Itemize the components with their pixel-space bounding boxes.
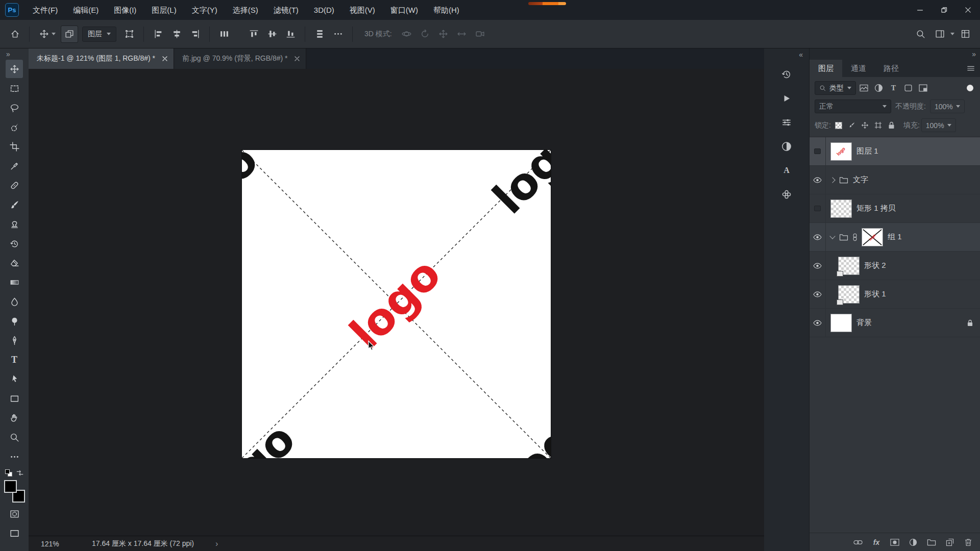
actions-panel-icon[interactable] — [777, 89, 796, 108]
layer-row-4[interactable]: logo组 1 — [810, 223, 980, 252]
gradient-tool[interactable] — [6, 273, 23, 291]
close-tab-icon[interactable] — [162, 56, 167, 61]
blur-tool[interactable] — [6, 292, 23, 311]
layer-visibility-eye-icon[interactable] — [810, 309, 826, 337]
lock-all-icon[interactable] — [886, 119, 898, 132]
menu-item-window[interactable]: 窗口(W) — [383, 0, 426, 20]
workspace-switcher-icon[interactable] — [957, 26, 974, 43]
foreground-color-swatch[interactable] — [4, 480, 17, 493]
expand-panels-icon[interactable]: « — [799, 51, 809, 60]
document-tab-1[interactable]: 未标题-1 @ 121% (图层 1, RGB/8#) * — [29, 48, 174, 69]
layer-row-5[interactable]: 形状 2 — [810, 252, 980, 280]
layer-row-3[interactable]: 矩形 1 拷贝 — [810, 194, 980, 223]
swap-colors-icon[interactable] — [15, 468, 24, 478]
document-canvas[interactable]: logo logologologologo — [242, 150, 551, 458]
show-transform-controls-toggle[interactable] — [120, 26, 138, 43]
history-brush-tool[interactable] — [6, 234, 23, 253]
styles-panel-icon[interactable] — [777, 185, 796, 204]
filter-type-icon[interactable]: T — [887, 81, 900, 95]
fill-dropdown[interactable]: 100% — [921, 118, 956, 132]
character-panel-icon[interactable]: A — [777, 161, 796, 180]
align-right-button[interactable] — [186, 26, 204, 43]
chevron-down-icon[interactable] — [950, 33, 954, 35]
history-panel-icon[interactable] — [777, 65, 796, 84]
collapse-panels-icon[interactable]: » — [972, 50, 975, 58]
pan-3d-button[interactable] — [435, 26, 452, 43]
panel-tab-channels[interactable]: 通道 — [842, 60, 875, 77]
quick-mask-button[interactable] — [6, 505, 23, 523]
layer-thumbnail[interactable] — [830, 314, 852, 332]
group-mask-thumbnail[interactable]: logo — [862, 228, 883, 246]
spot-healing-brush-tool[interactable] — [6, 176, 23, 194]
expand-group-icon[interactable] — [829, 177, 835, 183]
filter-type-dropdown[interactable]: 类型 — [815, 81, 856, 95]
delete-layer-button[interactable] — [963, 537, 974, 548]
menu-item-help[interactable]: 帮助(H) — [426, 0, 467, 20]
menu-item-edit[interactable]: 编辑(E) — [65, 0, 106, 20]
status-options-chevron[interactable]: › — [215, 539, 218, 548]
layer-visibility-eye-icon[interactable] — [810, 280, 826, 308]
new-adjustment-layer-button[interactable] — [908, 537, 919, 548]
home-button[interactable] — [6, 26, 23, 43]
layer-row-2[interactable]: 文字 — [810, 166, 980, 194]
roll-3d-button[interactable] — [416, 26, 434, 43]
blend-mode-dropdown[interactable]: 正常 — [815, 99, 891, 113]
layer-visibility-hidden[interactable] — [810, 194, 826, 222]
eyedropper-tool[interactable] — [6, 157, 23, 175]
document-info[interactable]: 17.64 厘米 x 17.64 厘米 (72 ppi) — [92, 539, 194, 548]
distribute-horizontal-button[interactable] — [215, 26, 233, 43]
hand-tool[interactable] — [6, 409, 23, 427]
current-tool-preset[interactable] — [35, 26, 60, 43]
pen-tool[interactable] — [6, 331, 23, 349]
close-button[interactable] — [956, 0, 980, 20]
move-tool[interactable] — [6, 60, 23, 78]
rectangle-tool[interactable] — [6, 389, 23, 408]
auto-select-toggle[interactable] — [61, 26, 78, 43]
new-layer-button[interactable] — [944, 537, 955, 548]
link-layers-button[interactable] — [852, 537, 864, 548]
filter-shape-icon[interactable] — [901, 81, 915, 95]
menu-item-file[interactable]: 文件(F) — [25, 0, 65, 20]
collapse-group-icon[interactable] — [829, 233, 835, 239]
shape-layer-thumbnail[interactable] — [838, 285, 860, 304]
document-tab-2[interactable]: 前.jpg @ 70.9% (背景, RGB/8#) * — [174, 48, 306, 69]
foreground-background-colors[interactable] — [4, 480, 25, 503]
new-group-button[interactable] — [926, 537, 937, 548]
align-bottom-button[interactable] — [282, 26, 299, 43]
lock-position-icon[interactable] — [859, 119, 871, 132]
more-align-options-button[interactable] — [329, 26, 347, 43]
layer-visibility-hidden[interactable] — [810, 137, 826, 165]
eraser-tool[interactable] — [6, 254, 23, 272]
slide-3d-button[interactable] — [453, 26, 471, 43]
dolly-3d-button[interactable] — [472, 26, 489, 43]
distribute-vertical-button[interactable] — [311, 26, 328, 43]
opacity-dropdown[interactable]: 100% — [930, 99, 965, 113]
layer-row-6[interactable]: 形状 1 — [810, 280, 980, 309]
layer-visibility-eye-icon[interactable] — [810, 223, 826, 251]
brush-tool[interactable] — [6, 195, 23, 214]
restore-button[interactable] — [932, 0, 956, 20]
layer-visibility-eye-icon[interactable] — [810, 166, 826, 194]
filter-toggle-icon[interactable] — [967, 85, 973, 91]
menu-item-view[interactable]: 视图(V) — [342, 0, 383, 20]
align-center-v-button[interactable] — [263, 26, 281, 43]
panel-menu-icon[interactable] — [962, 60, 980, 77]
menu-item-type[interactable]: 文字(Y) — [184, 0, 225, 20]
adjustments-panel-icon[interactable] — [777, 137, 796, 156]
clone-stamp-tool[interactable] — [6, 215, 23, 233]
align-left-button[interactable] — [150, 26, 167, 43]
workspace-layout-icon[interactable] — [931, 26, 948, 43]
menu-item-3d[interactable]: 3D(D) — [306, 0, 342, 20]
align-center-h-button[interactable] — [168, 26, 185, 43]
lock-pixels-icon[interactable] — [846, 119, 858, 132]
filter-adjust-icon[interactable] — [872, 81, 886, 95]
properties-panel-icon[interactable] — [777, 113, 796, 132]
layer-visibility-eye-icon[interactable] — [810, 252, 826, 280]
filter-pixel-icon[interactable] — [857, 81, 871, 95]
menu-item-layer[interactable]: 图层(L) — [144, 0, 184, 20]
edit-toolbar-button[interactable] — [6, 447, 23, 466]
layer-row-7[interactable]: 背景 — [810, 309, 980, 337]
auto-select-target-dropdown[interactable]: 图层 — [82, 27, 116, 42]
crop-tool[interactable] — [6, 137, 23, 156]
menu-item-filter[interactable]: 滤镜(T) — [266, 0, 306, 20]
